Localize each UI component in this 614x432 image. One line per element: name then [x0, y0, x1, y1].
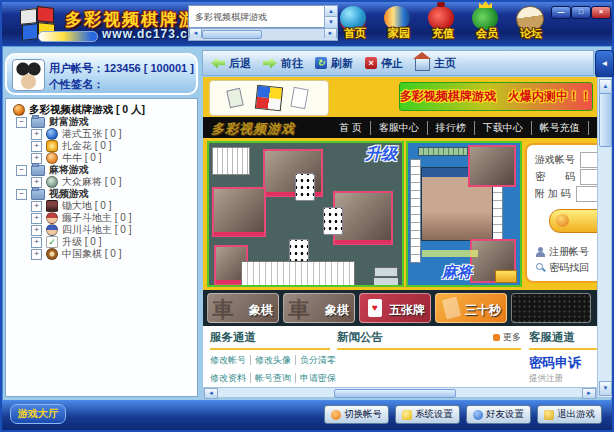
service-link[interactable]: 修改头像: [251, 355, 296, 365]
register-link[interactable]: 注册帐号: [536, 245, 589, 259]
friend-settings-label: 好友设置: [486, 408, 524, 421]
section-underline: [529, 348, 597, 350]
service-links-row: 修改资料帐号查询申请密保: [210, 372, 330, 385]
five-cards-game-icon: [46, 128, 58, 140]
nav-recharge[interactable]: 充值: [422, 6, 472, 44]
back-button[interactable]: 后退: [211, 56, 251, 71]
login-button[interactable]: [549, 209, 597, 233]
scroll-right-icon[interactable]: ►: [582, 388, 596, 399]
exit-game-button[interactable]: 退出游戏: [537, 405, 602, 424]
menu-home[interactable]: 首 页: [331, 121, 371, 135]
service-link[interactable]: 修改帐号: [210, 355, 251, 365]
page-vscrollbar[interactable]: ▲ ▼: [597, 77, 612, 398]
tree-item-chinese-chess[interactable]: + 中国象棋 [ 0 ]: [31, 248, 197, 260]
expand-expander-icon[interactable]: +: [31, 129, 42, 140]
expand-expander-icon[interactable]: +: [31, 225, 42, 236]
captcha-input[interactable]: [576, 186, 597, 202]
menu-match[interactable]: 比赛中心: [589, 121, 597, 135]
home-button[interactable]: 主页: [415, 55, 456, 71]
page-hscrollbar[interactable]: ◄ ►: [203, 387, 597, 398]
back-label: 后退: [229, 56, 251, 71]
service-link[interactable]: 负分清零: [296, 355, 340, 365]
game-hall-icon: [13, 104, 25, 116]
expand-expander-icon[interactable]: +: [31, 201, 42, 212]
exit-icon: [544, 410, 554, 420]
scroll-up-icon[interactable]: ▲: [599, 79, 612, 94]
service-link[interactable]: 申请密保: [296, 373, 340, 383]
home-label: 主页: [434, 56, 456, 71]
maximize-button[interactable]: □: [571, 6, 591, 19]
expand-expander-icon[interactable]: +: [31, 141, 42, 152]
tree-item-zhajinhua[interactable]: + 扎金花 [ 0 ]: [31, 140, 197, 152]
marquee-hscrollbar[interactable]: ◄ ►: [188, 28, 338, 41]
account-input[interactable]: [580, 152, 597, 168]
stop-icon: ×: [365, 57, 377, 69]
forward-button[interactable]: 前往: [263, 56, 303, 71]
tree-item-sichuan-doudizhu[interactable]: + 四川斗地主 [ 0 ]: [31, 224, 197, 236]
friend-settings-button[interactable]: 好友设置: [466, 405, 531, 424]
banner-label: 五张牌: [389, 302, 425, 319]
scroll-down-icon[interactable]: ▼: [599, 381, 612, 396]
scroll-left-icon[interactable]: ◄: [189, 29, 202, 38]
page-menu: 首 页 客服中心 排行榜 下载中心 帐号充值 比赛中心 体验: [331, 117, 597, 138]
playing-card-icon: [290, 87, 308, 109]
five-cards-banner[interactable]: ♥ 五张牌: [359, 293, 431, 323]
menu-support[interactable]: 客服中心: [371, 121, 428, 135]
collapse-panel-button[interactable]: ◄: [595, 50, 614, 78]
minimize-button[interactable]: —: [551, 6, 571, 19]
mahjong-mini-button: [495, 270, 517, 283]
refresh-button[interactable]: ↻ 刷新: [315, 56, 353, 71]
menu-recharge[interactable]: 帐号充值: [532, 121, 589, 135]
support-channel-title: 客服通道: [529, 330, 597, 345]
folder-icon: [31, 165, 45, 176]
service-channel-title: 服务通道: [210, 330, 330, 345]
hscroll-thumb[interactable]: [334, 389, 456, 398]
marquee-text: 多彩视频棋牌游戏: [189, 6, 324, 28]
chess-banner[interactable]: 車 象棋: [207, 293, 279, 323]
mahjong-game-title: 麻将: [442, 263, 472, 282]
chess-banner[interactable]: 車 象棋: [283, 293, 355, 323]
service-link[interactable]: 修改资料: [210, 373, 251, 383]
collapse-expander-icon[interactable]: −: [16, 189, 27, 200]
shengji-game-screenshot: 升级: [207, 141, 404, 287]
game-action-buttons: [374, 267, 398, 277]
game-hall-tab[interactable]: 游戏大厅: [10, 404, 66, 424]
empty-banner[interactable]: [511, 293, 591, 323]
menu-ranking[interactable]: 排行榜: [428, 121, 475, 135]
menu-download[interactable]: 下载中心: [475, 121, 532, 135]
recover-link-label: 密码找回: [549, 261, 589, 275]
thirty-seconds-banner[interactable]: 三十秒: [435, 293, 507, 323]
password-recover-link[interactable]: 密码找回: [536, 261, 589, 275]
news-column: 新闻公告 更多: [337, 330, 521, 354]
close-button[interactable]: ×: [591, 6, 611, 19]
expand-expander-icon[interactable]: +: [31, 213, 42, 224]
refresh-label: 刷新: [331, 56, 353, 71]
password-input[interactable]: [580, 169, 597, 185]
expand-expander-icon[interactable]: +: [31, 237, 42, 248]
service-link[interactable]: 帐号查询: [251, 373, 296, 383]
tree-item-five-cards[interactable]: + 港式五张 [ 0 ]: [31, 128, 197, 140]
nav-homeland[interactable]: 家园: [378, 6, 428, 44]
register-link-label: 注册帐号: [549, 245, 589, 259]
home-house-icon: [415, 58, 430, 71]
tree-root[interactable]: 多彩视频棋牌游戏 [ 0 人]: [13, 104, 197, 116]
banner-label: 象棋: [325, 302, 349, 319]
scroll-thumb[interactable]: [202, 30, 262, 39]
password-appeal-link[interactable]: 密码申诉: [529, 354, 597, 372]
expand-expander-icon[interactable]: +: [31, 249, 42, 260]
game-tree-panel: 多彩视频棋牌游戏 [ 0 人] − 财富游戏 + 港式五张 [ 0 ] + 扎金…: [5, 98, 198, 397]
collapse-expander-icon[interactable]: −: [16, 165, 27, 176]
switch-account-button[interactable]: 切换帐号: [324, 405, 389, 424]
user-account: 用户帐号：123456 [ 100001 ]: [49, 61, 194, 76]
collapse-expander-icon[interactable]: −: [16, 117, 27, 128]
system-settings-button[interactable]: 系统设置: [395, 405, 460, 424]
embedded-webpage: 多彩视频棋牌游戏 火爆内测中！！ 多彩视频游戏 首 页 客服中心 排行榜 下载中…: [203, 77, 597, 387]
game-banner-strip: 車 象棋 車 象棋 ♥ 五张牌 三十秒: [203, 290, 597, 326]
vscroll-thumb[interactable]: [599, 93, 612, 147]
nav-member[interactable]: 会员: [466, 6, 516, 44]
scroll-left-icon[interactable]: ◄: [204, 388, 218, 399]
news-more-link[interactable]: 更多: [493, 331, 521, 344]
stop-button[interactable]: × 停止: [365, 56, 403, 71]
folder-icon: [31, 117, 45, 128]
nav-home[interactable]: 首页: [334, 6, 384, 44]
